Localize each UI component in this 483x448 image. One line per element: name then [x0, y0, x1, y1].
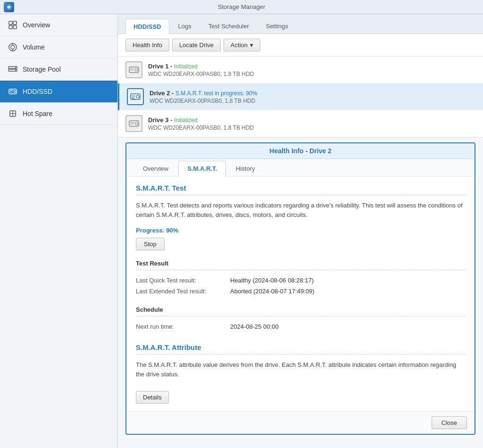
- health-info-panel: Health Info - Drive 2 Overview S.M.A.R.T…: [125, 142, 475, 435]
- content-area: HDD/SSD Logs Test Scheduler Settings Hea…: [118, 14, 483, 448]
- drive-item-1[interactable]: Drive 1 - Initialized WDC WD20EARX-00PAS…: [118, 57, 483, 83]
- smart-attribute-desc: The S.M.A.R.T. attribute value derives f…: [136, 360, 465, 379]
- drive-3-status: Initialized: [174, 117, 198, 124]
- test-result-title: Test Result: [136, 260, 465, 270]
- stop-button[interactable]: Stop: [136, 238, 165, 250]
- drive-2-name: Drive 2 - S.M.A.R.T. test in progress: 9…: [150, 90, 257, 97]
- volume-icon: [8, 42, 18, 52]
- drive-item-3[interactable]: Drive 3 - Initialized WDC WD20EARX-00PAS…: [118, 110, 483, 137]
- schedule-section: Schedule Next run time: 2024-08-25 00:00: [136, 306, 465, 332]
- drive-2-model: WDC WD20EARX-00PASB0, 1.8 TB HDD: [150, 98, 257, 104]
- next-run-label: Next run time:: [136, 323, 230, 330]
- next-run-row: Next run time: 2024-08-25 00:00: [136, 321, 465, 332]
- toolbar: Health Info Locate Drive Action ▾: [118, 34, 483, 57]
- extended-test-row: Last Extended Test result: Aborted (2024…: [136, 286, 465, 297]
- drive-3-icon: [125, 115, 142, 132]
- extended-test-label: Last Extended Test result:: [136, 288, 230, 295]
- sidebar: Overview Volume: [0, 14, 118, 448]
- health-info-button[interactable]: Health Info: [125, 39, 169, 51]
- smart-attribute-section: S.M.A.R.T. Attribute The S.M.A.R.T. attr…: [136, 343, 465, 404]
- svg-rect-2: [13, 21, 17, 25]
- health-panel-title: Health Info - Drive 2: [126, 143, 475, 159]
- svg-point-21: [135, 68, 138, 71]
- locate-drive-button[interactable]: Locate Drive: [172, 39, 221, 51]
- svg-rect-29: [133, 98, 134, 99]
- inner-tab-overview[interactable]: Overview: [134, 161, 177, 176]
- inner-tabs: Overview S.M.A.R.T. History: [126, 159, 475, 176]
- sidebar-item-volume-label: Volume: [23, 43, 45, 51]
- quick-test-status: Healthy: [230, 277, 251, 284]
- sidebar-item-volume[interactable]: Volume: [0, 36, 117, 58]
- action-dropdown-icon: ▾: [250, 41, 253, 49]
- sidebar-item-overview[interactable]: Overview: [0, 14, 117, 36]
- svg-point-11: [15, 67, 16, 68]
- svg-rect-20: [129, 67, 139, 73]
- quick-test-date: (2024-08-06 08:28:17): [253, 277, 314, 284]
- sidebar-item-storage-pool[interactable]: Storage Pool: [0, 58, 117, 81]
- sidebar-item-hot-spare[interactable]: Hot Spare: [0, 103, 117, 125]
- panel-content: S.M.A.R.T. Test S.M.A.R.T. Test detects …: [126, 176, 475, 411]
- sidebar-item-hdd-ssd-label: HDD/SSD: [23, 88, 52, 95]
- drive-1-info: Drive 1 - Initialized WDC WD20EARX-00PAS…: [148, 63, 254, 77]
- svg-rect-3: [9, 25, 12, 29]
- top-tabs: HDD/SSD Logs Test Scheduler Settings: [118, 14, 483, 34]
- tab-settings[interactable]: Settings: [258, 18, 296, 33]
- drive-3-name: Drive 3 - Initialized: [148, 116, 254, 124]
- drive-1-name: Drive 1 - Initialized: [148, 63, 254, 70]
- inner-tab-smart[interactable]: S.M.A.R.T.: [178, 161, 226, 176]
- sidebar-item-overview-label: Overview: [23, 21, 50, 29]
- drive-2-icon: [127, 88, 144, 105]
- panel-footer: Close: [126, 411, 475, 434]
- drive-1-icon: [125, 61, 142, 78]
- tab-hdd-ssd[interactable]: HDD/SSD: [125, 19, 169, 34]
- drive-3-info: Drive 3 - Initialized WDC WD20EARX-00PAS…: [148, 116, 254, 131]
- sidebar-item-hdd-ssd[interactable]: HDD/SSD: [0, 81, 117, 103]
- svg-point-25: [136, 95, 139, 98]
- extended-test-value: Aborted (2024-08-07 17:49:09): [230, 288, 315, 295]
- title-bar: Storage Manager: [0, 0, 483, 14]
- quick-test-row: Last Quick Test result: Healthy (2024-08…: [136, 275, 465, 286]
- smart-section-title: S.M.A.R.T. Test: [136, 184, 465, 195]
- smart-attribute-title: S.M.A.R.T. Attribute: [136, 343, 465, 355]
- app-title: Storage Manager: [218, 3, 265, 10]
- drive-list: Drive 1 - Initialized WDC WD20EARX-00PAS…: [118, 57, 483, 138]
- drive-2-status: S.M.A.R.T. test in progress: 90%: [175, 90, 257, 97]
- action-button[interactable]: Action ▾: [224, 39, 260, 51]
- sidebar-item-storage-pool-label: Storage Pool: [23, 66, 61, 73]
- close-button[interactable]: Close: [432, 416, 467, 429]
- drive-3-model: WDC WD20EARX-00PASB0, 1.8 TB HDD: [148, 124, 254, 131]
- svg-point-12: [15, 70, 16, 71]
- smart-section-desc: S.M.A.R.T. Test detects and reports vari…: [136, 201, 465, 219]
- quick-test-value: Healthy (2024-08-06 08:28:17): [230, 277, 314, 284]
- quick-test-label: Last Quick Test result:: [136, 277, 230, 284]
- schedule-title: Schedule: [136, 306, 465, 316]
- next-run-value: 2024-08-25 00:00: [230, 323, 279, 330]
- hot-spare-icon: [8, 108, 18, 119]
- svg-rect-1: [9, 21, 12, 25]
- drive-1-status: Initialized: [174, 63, 198, 70]
- overview-icon: [8, 20, 18, 30]
- smart-progress-text: Progress: 90%: [136, 227, 465, 234]
- drive-item-2[interactable]: Drive 2 - S.M.A.R.T. test in progress: 9…: [118, 83, 483, 110]
- details-button[interactable]: Details: [136, 391, 169, 404]
- svg-rect-30: [129, 121, 139, 126]
- drive-1-model: WDC WD20EARX-00PASB0, 1.8 TB HDD: [148, 71, 254, 77]
- tab-logs[interactable]: Logs: [170, 18, 200, 33]
- tab-test-scheduler[interactable]: Test Scheduler: [200, 18, 257, 33]
- svg-point-31: [135, 122, 138, 125]
- app-icon: [4, 2, 14, 12]
- drive-2-info: Drive 2 - S.M.A.R.T. test in progress: 9…: [150, 90, 257, 104]
- inner-tab-history[interactable]: History: [227, 161, 264, 176]
- svg-rect-4: [13, 25, 17, 29]
- sidebar-item-hot-spare-label: Hot Spare: [23, 110, 52, 117]
- hdd-ssd-icon: [8, 86, 18, 97]
- storage-pool-icon: [8, 64, 18, 75]
- svg-point-14: [14, 91, 16, 92]
- svg-rect-28: [132, 98, 133, 99]
- svg-point-6: [11, 45, 15, 49]
